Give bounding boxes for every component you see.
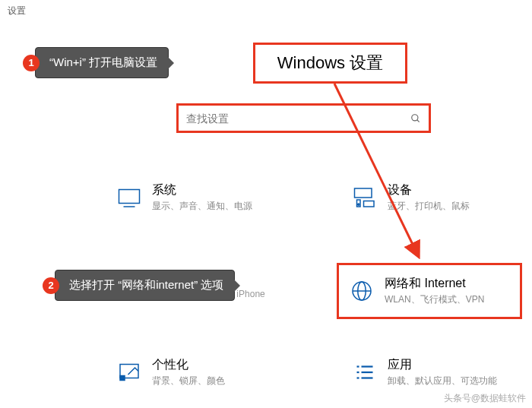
svg-line-1	[417, 119, 420, 122]
personalization-icon	[114, 357, 144, 387]
watermark-text: 头条号@数据蛙软件	[444, 392, 526, 405]
annotation-callout-1: 1 “Win+i” 打开电脑设置	[23, 47, 169, 78]
svg-rect-14	[120, 376, 125, 381]
page-title-highlight: Windows 设置	[253, 43, 407, 84]
tile-devices[interactable]: 设备 蓝牙、打印机、鼠标	[350, 182, 532, 213]
annotation-badge: 2	[43, 277, 59, 294]
tile-title: 网络和 Internet	[385, 276, 484, 292]
page-title: Windows 设置	[277, 52, 383, 74]
network-icon	[347, 276, 377, 306]
tile-title: 设备	[388, 182, 470, 198]
svg-rect-2	[119, 190, 140, 204]
annotation-callout-2: 2 选择打开 “网络和internet” 选项	[43, 270, 235, 301]
window-title: 设置	[0, 0, 532, 22]
tile-subtitle: 蓝牙、打印机、鼠标	[388, 200, 470, 213]
svg-rect-7	[364, 201, 375, 207]
system-icon	[114, 182, 144, 213]
annotation-badge: 1	[23, 55, 40, 71]
tile-apps[interactable]: 应用 卸载、默认应用、可选功能	[350, 357, 532, 387]
svg-point-6	[358, 204, 359, 205]
annotation-tip: 选择打开 “网络和internet” 选项	[55, 270, 235, 301]
devices-icon	[350, 182, 380, 213]
tile-personalization[interactable]: 个性化 背景、锁屏、颜色	[114, 357, 304, 387]
tile-title: 系统	[152, 182, 252, 198]
tile-subtitle: 显示、声音、通知、电源	[152, 200, 252, 213]
tile-network-highlight[interactable]: 网络和 Internet WLAN、飞行模式、VPN	[337, 263, 522, 319]
window-title-text: 设置	[8, 5, 26, 16]
search-icon	[410, 113, 421, 124]
apps-icon	[350, 357, 380, 387]
search-input[interactable]	[186, 112, 406, 125]
tile-subtitle: 背景、锁屏、颜色	[152, 375, 225, 387]
search-box[interactable]	[176, 103, 431, 133]
annotation-tip: “Win+i” 打开电脑设置	[35, 47, 169, 78]
tile-title: 应用	[388, 357, 497, 373]
tile-subtitle: 卸载、默认应用、可选功能	[388, 375, 497, 387]
tile-title: 个性化	[152, 357, 225, 373]
tile-subtitle: WLAN、飞行模式、VPN	[385, 293, 484, 306]
svg-rect-4	[355, 188, 372, 198]
svg-point-0	[412, 114, 418, 120]
tile-system[interactable]: 系统 显示、声音、通知、电源	[114, 182, 304, 213]
